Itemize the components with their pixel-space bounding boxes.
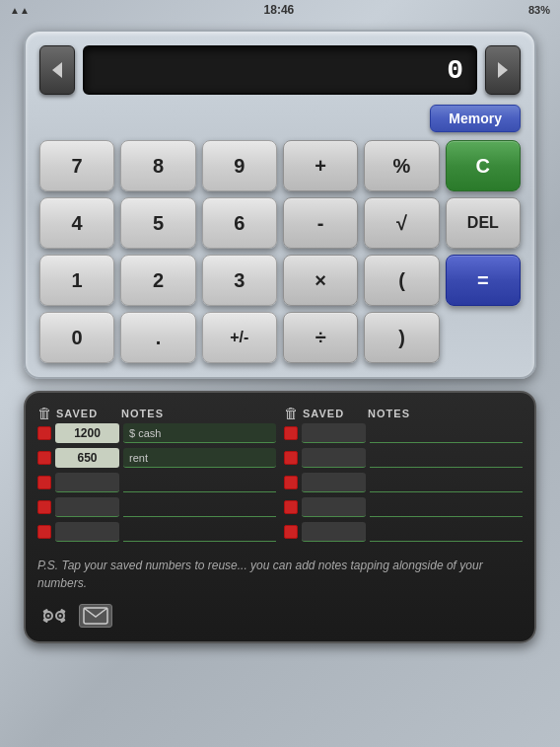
col-headers: 🗑 SAVED NOTES 🗑 SAVED NOTES	[37, 405, 523, 421]
row-note[interactable]: rent	[123, 448, 276, 468]
row-note[interactable]: $ cash	[123, 423, 276, 443]
list-item	[37, 473, 276, 492]
mail-icon	[83, 607, 108, 625]
row-value-empty[interactable]	[302, 448, 366, 468]
status-left: ▲▲	[10, 5, 30, 16]
status-bar: ▲▲ 18:46 83%	[0, 0, 560, 20]
mail-button[interactable]	[79, 604, 112, 628]
key-2[interactable]: 2	[120, 255, 195, 306]
calculator-panel: 0 Memory 7 8 9 + % C 4 5 6 - √ DEL 1 2 3…	[24, 30, 536, 379]
key-0[interactable]: 0	[39, 312, 114, 363]
row-checkbox[interactable]	[37, 426, 51, 440]
row-note-empty[interactable]	[370, 423, 523, 443]
list-item	[284, 423, 523, 443]
key-1[interactable]: 1	[39, 255, 114, 306]
key-equals[interactable]: =	[446, 255, 521, 306]
list-item	[284, 448, 523, 468]
key-7[interactable]: 7	[39, 140, 114, 191]
key-lparen[interactable]: (	[364, 255, 439, 306]
row-value[interactable]: 1200	[55, 423, 119, 443]
saved-columns: 1200 $ cash 650 rent	[37, 423, 523, 547]
key-4[interactable]: 4	[39, 197, 114, 249]
row-value-empty[interactable]	[302, 522, 366, 542]
list-item	[284, 522, 523, 542]
key-dot[interactable]: .	[120, 312, 195, 363]
row-note-empty[interactable]	[370, 497, 523, 517]
row-value-empty[interactable]	[302, 497, 366, 517]
key-5[interactable]: 5	[120, 197, 195, 249]
key-clear[interactable]: C	[446, 140, 521, 191]
key-minus[interactable]: -	[283, 197, 358, 249]
memory-row: Memory	[39, 105, 521, 132]
key-3[interactable]: 3	[202, 255, 277, 306]
svg-point-2	[47, 615, 50, 618]
col2-trash-icon[interactable]: 🗑	[284, 405, 299, 421]
list-item	[37, 497, 276, 517]
status-battery: 83%	[528, 4, 550, 16]
row-note-empty[interactable]	[123, 473, 276, 492]
row-note-empty[interactable]	[370, 448, 523, 468]
gear-icon	[38, 603, 68, 629]
row-note-empty[interactable]	[370, 522, 523, 542]
col2-notes-label: NOTES	[368, 408, 410, 419]
row-checkbox[interactable]	[284, 476, 298, 489]
col1-notes-label: NOTES	[121, 408, 164, 419]
list-item	[37, 522, 276, 542]
row-checkbox[interactable]	[37, 500, 51, 514]
key-sqrt[interactable]: √	[364, 197, 439, 249]
row-value[interactable]: 650	[55, 448, 119, 468]
col2-header: 🗑 SAVED NOTES	[284, 405, 523, 421]
row-checkbox[interactable]	[37, 525, 51, 539]
list-item	[284, 473, 523, 492]
col1-trash-icon[interactable]: 🗑	[37, 405, 52, 421]
row-value-empty[interactable]	[55, 473, 119, 492]
key-del[interactable]: DEL	[446, 197, 521, 249]
key-divide[interactable]: ÷	[283, 312, 358, 363]
key-percent[interactable]: %	[364, 140, 439, 191]
row-checkbox[interactable]	[284, 451, 298, 465]
nav-left-button[interactable]	[39, 45, 75, 95]
row-checkbox[interactable]	[37, 451, 51, 465]
left-arrow-icon	[52, 62, 62, 78]
row-value-empty[interactable]	[55, 497, 119, 517]
key-6[interactable]: 6	[202, 197, 277, 249]
list-item: 650 rent	[37, 448, 276, 468]
row-value-empty[interactable]	[55, 522, 119, 542]
row-checkbox[interactable]	[284, 426, 298, 440]
col2-saved-label: SAVED	[303, 408, 344, 419]
row-checkbox[interactable]	[284, 500, 298, 514]
row-checkbox[interactable]	[37, 476, 51, 489]
key-9[interactable]: 9	[202, 140, 277, 191]
row-note-empty[interactable]	[123, 497, 276, 517]
status-time: 18:46	[264, 3, 295, 17]
col1-rows: 1200 $ cash 650 rent	[37, 423, 276, 547]
col2-rows	[284, 423, 523, 547]
keypad: 7 8 9 + % C 4 5 6 - √ DEL 1 2 3 × ( = 0 …	[39, 140, 521, 363]
nav-right-button[interactable]	[485, 45, 521, 95]
right-arrow-icon	[498, 62, 508, 78]
key-8[interactable]: 8	[120, 140, 195, 191]
key-rparen[interactable]: )	[364, 312, 439, 363]
settings-button[interactable]	[37, 602, 69, 630]
bottom-icons	[37, 602, 523, 630]
memory-button[interactable]: Memory	[430, 105, 521, 132]
key-plusminus[interactable]: +/-	[202, 312, 277, 363]
row-note-empty[interactable]	[123, 522, 276, 542]
list-item: 1200 $ cash	[37, 423, 276, 443]
saved-panel: 🗑 SAVED NOTES 🗑 SAVED NOTES 1200 $ cash …	[24, 391, 536, 643]
key-plus[interactable]: +	[283, 140, 358, 191]
key-multiply[interactable]: ×	[283, 255, 358, 306]
row-value-empty[interactable]	[302, 473, 366, 492]
col1-header: 🗑 SAVED NOTES	[37, 405, 276, 421]
svg-point-3	[59, 615, 62, 618]
row-checkbox[interactable]	[284, 525, 298, 539]
display-value: 0	[447, 55, 463, 86]
tip-text: P.S. Tap your saved numbers to reuse... …	[37, 557, 523, 592]
display-screen: 0	[83, 45, 477, 95]
row-note-empty[interactable]	[370, 473, 523, 492]
col1-saved-label: SAVED	[56, 408, 98, 419]
list-item	[284, 497, 523, 517]
wifi-icon: ▲▲	[10, 5, 30, 16]
display-row: 0	[39, 45, 521, 95]
row-value-empty[interactable]	[302, 423, 366, 443]
